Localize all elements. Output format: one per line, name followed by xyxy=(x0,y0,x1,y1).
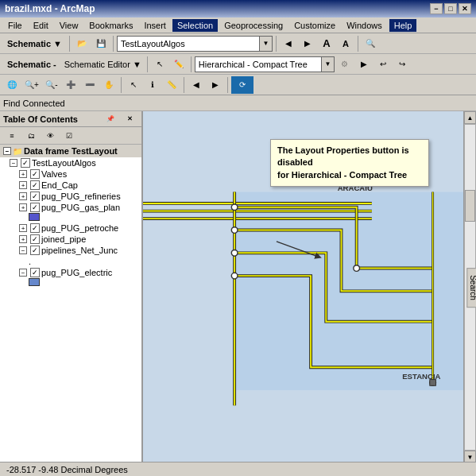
color-swatch-gasplan xyxy=(29,213,40,221)
layout-dropdown-arrow[interactable]: ▼ xyxy=(322,56,335,72)
separator-5 xyxy=(147,56,148,72)
schematic-toolbar: Schematic ▼ 📂 💾 TestLayoutAlgos ▼ ◀ ▶ A … xyxy=(0,33,476,54)
toc-pin-btn[interactable]: 📌 xyxy=(102,114,119,125)
toc-content[interactable]: − 📁 Data frame TestLayout − TestLayoutAl… xyxy=(0,145,141,476)
expand-endcap[interactable]: + xyxy=(19,181,27,189)
minimize-button[interactable]: − xyxy=(430,3,443,14)
menu-geoprocessing[interactable]: Geoprocessing xyxy=(219,19,288,32)
toc-source-btn[interactable]: 🗂 xyxy=(22,129,40,143)
toc-item-pipelines[interactable]: − pipelines_Net_Junc xyxy=(0,245,141,256)
prev-extent-btn[interactable]: ◀ xyxy=(188,76,205,94)
pan-btn[interactable]: ✋ xyxy=(100,76,118,94)
menu-windows[interactable]: Windows xyxy=(342,19,387,32)
toc-item-petroche[interactable]: + pug_PUG_petroche xyxy=(0,223,141,234)
toc-sel-btn[interactable]: ☑ xyxy=(60,129,78,143)
scroll-up-btn[interactable]: ▲ xyxy=(464,111,476,124)
close-button[interactable]: ✕ xyxy=(459,3,471,14)
expand-refineries[interactable]: + xyxy=(19,192,27,200)
menu-customize[interactable]: Customize xyxy=(289,19,340,32)
expand-pipelines[interactable]: − xyxy=(19,246,27,254)
svg-point-11 xyxy=(231,204,238,211)
toc-item-refineries[interactable]: + pug_PUG_refineries xyxy=(0,191,141,202)
zoom-in-btn[interactable]: 🔍+ xyxy=(22,76,41,94)
toc-vis-btn[interactable]: 👁 xyxy=(41,129,59,143)
pointer-btn[interactable]: ↖ xyxy=(151,56,168,73)
check-joinedpipe[interactable] xyxy=(30,234,40,244)
svg-rect-17 xyxy=(430,380,436,386)
check-refineries[interactable] xyxy=(30,192,40,201)
editor-toolbar: Schematic - Schematic Editor ▼ ↖ ✏️ Hier… xyxy=(0,54,476,75)
expand-dataframe[interactable]: − xyxy=(3,147,11,155)
separator-1 xyxy=(69,36,70,52)
editor-menu-btn[interactable]: Schematic - xyxy=(3,56,60,73)
nav-btn-2[interactable]: ▶ xyxy=(299,35,316,52)
zoom-in-fixed-btn[interactable]: ➕ xyxy=(62,76,79,94)
save-btn[interactable]: 💾 xyxy=(92,35,110,52)
menu-insert[interactable]: Insert xyxy=(139,19,171,32)
menu-bookmarks[interactable]: Bookmarks xyxy=(84,19,137,32)
font-btn-2[interactable]: A xyxy=(337,35,354,52)
scroll-thumb[interactable] xyxy=(465,190,475,222)
expand-testlayout[interactable]: − xyxy=(10,159,17,167)
select-btn[interactable]: ↖ xyxy=(125,76,142,94)
menu-file[interactable]: File xyxy=(3,19,27,32)
toc-item-valves[interactable]: + Valves xyxy=(0,168,141,180)
expand-petroche[interactable]: + xyxy=(19,224,27,232)
expand-valves[interactable]: + xyxy=(19,170,27,178)
toc-item-endcap[interactable]: + End_Cap xyxy=(0,180,141,191)
edit-btn[interactable]: ✏️ xyxy=(170,56,188,73)
map-area[interactable]: The Layout Properties button is disabled… xyxy=(143,111,463,463)
check-endcap[interactable] xyxy=(30,180,40,190)
toc-item-gasplan[interactable]: + pug_PUG_gas_plan xyxy=(0,202,141,213)
toc-color-swatch-electric xyxy=(0,278,141,288)
layout-btn-3[interactable]: ↪ xyxy=(393,56,411,73)
extra-btn[interactable]: 🔍 xyxy=(362,35,379,52)
nav-btn-1[interactable]: ◀ xyxy=(280,35,297,52)
menu-help[interactable]: Help xyxy=(389,18,418,33)
open-btn[interactable]: 📂 xyxy=(73,35,91,52)
menu-selection[interactable]: Selection xyxy=(172,19,218,32)
expand-gasplan[interactable]: + xyxy=(19,203,27,211)
layout-dropdown-group: Hierarchical - Compact Tree ▼ xyxy=(195,56,335,72)
layout-btn-2[interactable]: ↩ xyxy=(374,56,392,73)
check-gasplan[interactable] xyxy=(30,203,40,212)
measure-btn[interactable]: 📏 xyxy=(163,76,180,94)
font-btn[interactable]: A xyxy=(318,35,335,52)
layout-props-btn[interactable]: ⚙ xyxy=(336,56,354,73)
zoom-out-fixed-btn[interactable]: ➖ xyxy=(81,76,99,94)
toc-list-btn[interactable]: ≡ xyxy=(3,129,21,143)
check-valves[interactable] xyxy=(30,169,40,179)
refresh-btn[interactable]: ⟳ xyxy=(231,76,253,94)
layout-dropdown[interactable]: Hierarchical - Compact Tree xyxy=(195,56,322,72)
toc-title: Table Of Contents xyxy=(3,114,78,124)
check-pipelines[interactable] xyxy=(30,246,40,255)
full-extent-btn[interactable]: 🌐 xyxy=(3,76,21,94)
toc-item-testlayout[interactable]: − TestLayoutAlgos xyxy=(0,157,141,168)
search-tab[interactable]: Search xyxy=(467,268,476,308)
maximize-button[interactable]: □ xyxy=(444,3,457,14)
expand-electric[interactable]: − xyxy=(19,269,27,277)
schematic-menu-btn[interactable]: Schematic ▼ xyxy=(3,35,66,52)
editor-sub-btn[interactable]: Schematic Editor ▼ xyxy=(62,56,144,73)
expand-joinedpipe[interactable]: + xyxy=(19,235,27,243)
menu-view[interactable]: View xyxy=(55,19,83,32)
identify-btn[interactable]: ℹ xyxy=(144,76,161,94)
toc-item-joinedpipe[interactable]: + joined_pipe xyxy=(0,234,141,245)
toc-color-swatch-gasplan xyxy=(0,213,141,223)
menu-edit[interactable]: Edit xyxy=(29,19,53,32)
diagram-dropdown[interactable]: TestLayoutAlgos xyxy=(117,36,260,52)
check-electric[interactable] xyxy=(30,268,40,277)
map-toolbar: 🌐 🔍+ 🔍- ➕ ➖ ✋ ↖ ℹ 📏 ◀ ▶ ⟳ xyxy=(0,75,476,95)
toc-item-dot[interactable]: . xyxy=(0,256,141,267)
zoom-out-btn[interactable]: 🔍- xyxy=(43,76,60,94)
next-extent-btn[interactable]: ▶ xyxy=(207,76,224,94)
apply-layout-btn[interactable]: ▶ xyxy=(355,56,373,73)
color-swatch-electric xyxy=(29,278,40,286)
tooltip-box: The Layout Properties button is disabled… xyxy=(270,139,429,187)
toc-close-btn[interactable]: ✕ xyxy=(121,114,138,125)
toc-dataframe[interactable]: − 📁 Data frame TestLayout xyxy=(0,145,141,157)
toc-item-electric[interactable]: − pug_PUG_electric xyxy=(0,267,141,278)
check-testlayout[interactable] xyxy=(21,158,30,168)
check-petroche[interactable] xyxy=(30,223,40,233)
diagram-dropdown-arrow[interactable]: ▼ xyxy=(260,36,273,52)
